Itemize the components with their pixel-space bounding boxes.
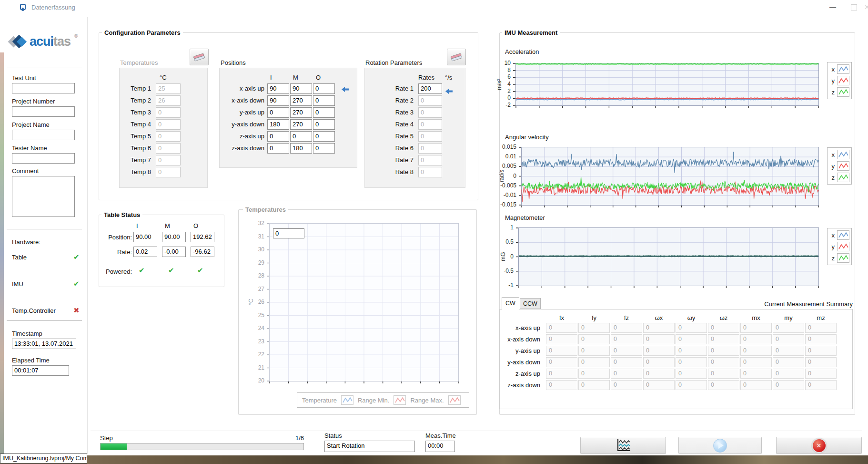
step-label: Step [100,434,113,442]
abort-button[interactable]: ✕ [776,437,862,454]
summary-cell: 0 [643,369,675,379]
minimize-button[interactable]: — [829,3,836,10]
y-tick-label: 20 [239,377,264,384]
rates-header: Rates [418,74,434,81]
position-input[interactable]: 0 [267,107,289,118]
summary-cell: 0 [676,369,707,379]
elapsed-time-label: Elapsed Time [12,357,50,364]
plot-legend-item-x[interactable]: x [828,149,851,160]
angular-velocity-legend[interactable]: xyz [827,147,852,185]
position-input[interactable]: 270 [290,95,312,106]
line-style-icon[interactable] [341,395,353,405]
plot-legend-item-z[interactable]: z [828,252,851,264]
position-input[interactable]: 0 [290,131,312,142]
temp-chart-legend[interactable]: TemperatureRange Min.Range Max. [297,392,469,408]
rate-row-label: Rate 5 [365,133,414,140]
acceleration-chart [515,63,819,106]
position-input[interactable]: 90 [267,83,289,94]
show-graphs-button[interactable] [580,437,666,454]
y-tick-label: 31 [239,233,264,240]
line-style-icon [837,253,849,263]
step-progress-fill [101,443,127,450]
error-icon: ✖ [73,306,80,315]
clear-temperatures-button[interactable] [190,49,209,65]
position-input[interactable]: 270 [290,119,312,130]
table-status-col-header: M [165,222,170,229]
summary-cell: 0 [676,357,707,367]
line-style-icon [837,64,849,74]
registered-mark: ® [74,33,78,39]
rate-input-1[interactable]: 200 [418,83,442,94]
position-input[interactable]: 90 [290,83,312,94]
y-tick-label: 32 [239,220,264,227]
clear-rates-button[interactable] [447,49,466,65]
line-style-icon[interactable] [448,395,461,405]
summary-cell: 0 [611,369,642,379]
position-input[interactable]: 0 [313,119,335,130]
summary-cell: 0 [805,346,837,356]
plot-legend-item-y[interactable]: y [828,160,851,172]
maximize-button[interactable] [851,4,857,10]
rate-row-label: Rate 4 [365,121,414,128]
position-input[interactable]: 90 [267,95,289,106]
plot-legend-item-x[interactable]: x [828,63,851,75]
temp-input-3: 0 [156,107,181,118]
summary-cell: 0 [546,334,577,344]
project-number-field[interactable] [12,106,75,117]
rate-input-7: 0 [418,155,442,165]
position-input[interactable]: 0 [313,83,335,94]
comment-field[interactable] [12,176,75,217]
plot-legend-item-z[interactable]: z [828,86,851,98]
temperatures-chart [269,223,459,382]
positions-title: Positions [221,59,246,66]
powered-check-icon: ✔ [139,266,145,275]
position-input[interactable]: 180 [267,119,289,130]
table-position-value: 192.62 [191,232,214,242]
position-input[interactable]: 0 [313,95,335,106]
summary-cell: 0 [676,334,707,344]
summary-cell: 0 [643,334,675,344]
summary-cell: 0 [546,323,577,333]
powered-row-label: Powered: [99,268,132,275]
acceleration-chart-title: Acceleration [505,48,539,55]
plot-legend-item-y[interactable]: y [828,241,851,252]
summary-cell: 0 [643,357,675,367]
positions-col-header: M [293,74,298,81]
position-input[interactable]: 0 [313,131,335,142]
test-unit-field[interactable] [12,83,75,93]
position-input[interactable]: 0 [313,143,335,154]
tester-name-field[interactable] [12,153,75,164]
y-tick-label: 29 [239,259,264,266]
legend-series-label: z [832,174,835,181]
tab-cw[interactable]: CW [502,297,519,309]
plot-legend-item-z[interactable]: z [828,172,851,183]
summary-cell: 0 [611,323,642,333]
position-input[interactable]: 180 [290,143,312,154]
y-tick-label: 25 [239,312,264,319]
line-style-icon[interactable] [394,395,406,405]
temp-chart-overlay-value[interactable]: 0 [273,228,304,238]
sidebar-separator [87,17,88,454]
table-status-col-header: I [136,222,138,229]
plot-legend-item-y[interactable]: y [828,75,851,86]
y-tick-label: -0.005 [491,182,516,189]
positions-row-label: x-axis down [220,97,264,104]
position-input[interactable]: 0 [267,143,289,154]
summary-cell: 0 [708,323,739,333]
tab-ccw[interactable]: CCW [520,298,541,309]
close-button[interactable]: ✕ [864,3,868,11]
summary-cell: 0 [676,380,707,390]
temp-input-1: 25 [156,83,181,94]
position-input[interactable]: 0 [313,107,335,118]
summary-cell: 0 [611,334,642,344]
position-input[interactable]: 0 [267,131,289,142]
summary-col-header: ωy [676,314,707,321]
temp-row-label: Temp 6 [120,144,151,152]
plot-legend-item-x[interactable]: x [828,229,851,241]
magnetometer-legend[interactable]: xyz [827,228,852,265]
acceleration-legend[interactable]: xyz [827,62,852,99]
project-name-field[interactable] [12,130,75,140]
meas-time-value: 00:00 [425,441,455,452]
position-input[interactable]: 270 [290,107,312,118]
start-button[interactable] [678,437,762,454]
